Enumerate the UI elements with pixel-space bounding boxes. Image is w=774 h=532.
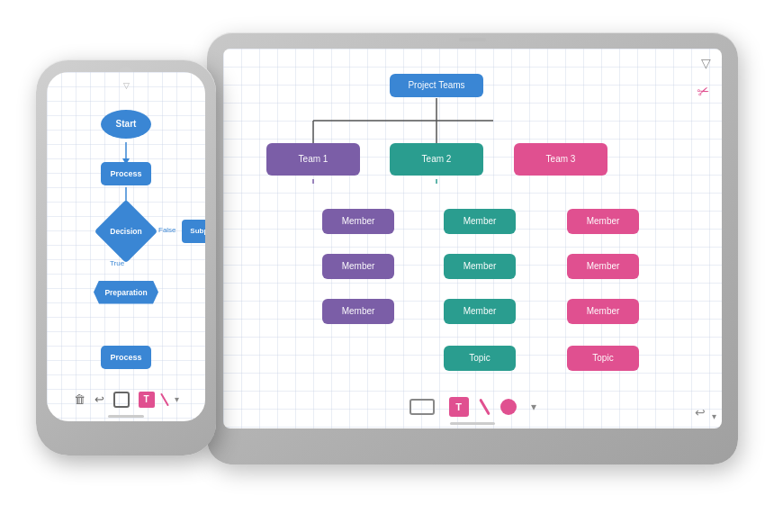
flowchart-decision-label: Decision bbox=[104, 209, 148, 254]
team3-member3: Member bbox=[567, 299, 639, 324]
flowchart-start: Start bbox=[101, 110, 151, 139]
tablet-circle-tool[interactable] bbox=[500, 399, 517, 415]
team3-member1: Member bbox=[567, 209, 639, 234]
phone-trash-btn[interactable]: 🗑 bbox=[74, 392, 86, 406]
phone-body: ▽ bbox=[36, 59, 216, 455]
team2-member2: Member bbox=[444, 254, 516, 279]
tablet-more-btn[interactable]: ▾ bbox=[531, 401, 536, 413]
scene: ▽ ✂ bbox=[18, 14, 756, 518]
tablet-pen-tool[interactable] bbox=[479, 398, 490, 415]
flowchart-subprocess: Subproces bbox=[182, 220, 205, 243]
flowchart-preparation: Preparation bbox=[94, 281, 158, 304]
phone-home-bar bbox=[108, 415, 144, 418]
phone-more-btn[interactable]: ▾ bbox=[175, 394, 179, 404]
tablet-corner-icon: ▽ bbox=[701, 56, 711, 70]
tablet-toolbar: T ▾ bbox=[223, 392, 722, 421]
team1-member1: Member bbox=[322, 209, 394, 234]
phone: ▽ bbox=[36, 59, 216, 455]
org-root: Project Teams bbox=[390, 74, 483, 97]
tablet-grid-bg bbox=[223, 49, 722, 428]
team2-member1: Member bbox=[444, 209, 516, 234]
tablet-home-bar bbox=[450, 422, 495, 425]
phone-screen: ▽ bbox=[47, 72, 205, 421]
tablet-text-tool[interactable]: T bbox=[449, 397, 469, 417]
tablet-rect-tool[interactable] bbox=[410, 399, 435, 415]
tablet-undo-btn[interactable]: ↩ bbox=[695, 405, 706, 419]
flowchart-process1: Process bbox=[101, 162, 151, 185]
flowchart-process2: Process bbox=[101, 346, 151, 369]
phone-toolbar: 🗑 ↩ T ▾ bbox=[47, 387, 205, 412]
tablet-notch bbox=[459, 38, 486, 41]
team1-member3: Member bbox=[322, 299, 394, 324]
phone-undo-btn[interactable]: ↩ bbox=[94, 392, 104, 406]
phone-text-tool[interactable]: T bbox=[139, 392, 155, 408]
team1-member2: Member bbox=[322, 254, 394, 279]
team3-member2: Member bbox=[567, 254, 639, 279]
tablet: ▽ ✂ bbox=[207, 32, 738, 464]
flowchart-false-label: False bbox=[158, 226, 176, 234]
org-team2: Team 2 bbox=[390, 143, 483, 176]
phone-pen-tool[interactable] bbox=[160, 392, 169, 406]
tablet-body: ▽ ✂ bbox=[207, 32, 738, 464]
tablet-screen: ▽ ✂ bbox=[223, 49, 722, 428]
team3-topic: Topic bbox=[567, 346, 639, 371]
team2-member3: Member bbox=[444, 299, 516, 324]
org-team1: Team 1 bbox=[266, 143, 360, 176]
org-team3: Team 3 bbox=[514, 143, 608, 176]
phone-chevron: ▽ bbox=[123, 81, 130, 90]
phone-shape-tool[interactable] bbox=[113, 392, 130, 408]
tablet-more-arrow[interactable]: ▾ bbox=[712, 411, 716, 421]
team2-topic: Topic bbox=[444, 346, 516, 371]
flowchart-true-label: True bbox=[110, 259, 124, 267]
